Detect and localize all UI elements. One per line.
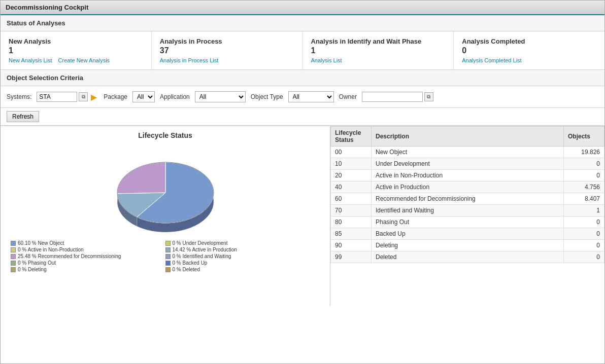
cell-description: Phasing Out	[372, 216, 564, 228]
legend-label: 25.48 % Recommended for Decommissioning	[18, 253, 121, 259]
cell-lifecycle-status: 70	[331, 205, 372, 216]
cell-objects: 0	[564, 170, 604, 181]
analysis-identify-wait-title: Analysis in Identify and Wait Phase	[311, 38, 446, 45]
analysis-in-process-links: Analysis in Process List	[160, 57, 294, 63]
chart-area: Lifecycle Status 60.10 % New Object0 % A…	[1, 126, 330, 306]
new-analysis-links: New Analysis ListCreate New Analysis	[9, 57, 143, 63]
table-row: 40Active in Production4.756	[331, 181, 604, 193]
cell-lifecycle-status: 40	[331, 181, 372, 193]
legend-label: 0 % Active in Non-Production	[18, 247, 84, 252]
table-row: 80Phasing Out0	[331, 216, 604, 228]
legend-label: 0 % Deleted	[173, 267, 200, 272]
analysis-completed-links: Analysis Completed List	[462, 57, 596, 63]
legend-label: 0 % Deleting	[18, 267, 47, 272]
table-row: 85Backed Up0	[331, 228, 604, 240]
legend-color-dot	[165, 254, 171, 259]
object-type-select[interactable]: All	[288, 91, 334, 102]
status-card-analysis-in-process: Analysis in Process37Analysis in Process…	[152, 31, 303, 69]
legend-item: 0 % Deleting	[11, 267, 165, 272]
refresh-row: Refresh	[1, 108, 604, 126]
status-card-analysis-identify-wait: Analysis in Identify and Wait Phase1Anal…	[303, 31, 454, 69]
owner-input-wrap: ⧉	[362, 92, 433, 102]
legend-label: 14.42 % Active in Production	[173, 247, 237, 252]
cell-description: Active in Production	[372, 181, 564, 193]
criteria-section-header: Object Selection Criteria	[1, 70, 604, 86]
cell-lifecycle-status: 20	[331, 170, 372, 181]
cell-objects: 0	[564, 240, 604, 251]
app-title: Decommissioning Cockpit	[6, 4, 88, 11]
table-row: 90Deleting0	[331, 240, 604, 251]
link-new-analysis-list[interactable]: New Analysis List	[9, 57, 52, 63]
cell-objects: 0	[564, 251, 604, 263]
new-analysis-count: 1	[9, 46, 143, 55]
owner-input[interactable]	[362, 92, 423, 102]
systems-label: Systems:	[7, 93, 31, 100]
lifecycle-pie-chart	[84, 142, 247, 238]
legend-item: 0 % Identified and Waiting	[165, 253, 320, 259]
link-create-new-analysis[interactable]: Create New Analysis	[58, 57, 110, 63]
cell-objects: 0	[564, 228, 604, 240]
legend-color-dot	[11, 247, 16, 252]
col-lifecycle-status: Lifecycle Status	[331, 127, 372, 147]
legend-color-dot	[165, 261, 171, 266]
systems-input-wrap: ⧉ ▶	[37, 92, 98, 102]
systems-copy-icon[interactable]: ⧉	[79, 92, 88, 101]
legend-color-dot	[11, 267, 16, 272]
package-select[interactable]: All	[132, 91, 155, 102]
owner-label: Owner	[339, 93, 357, 100]
application-select[interactable]: All	[195, 91, 246, 102]
analysis-identify-wait-count: 1	[311, 46, 446, 55]
criteria-section-label: Object Selection Criteria	[7, 74, 83, 82]
legend-color-dot	[165, 241, 171, 246]
cell-description: Active in Non-Production	[372, 170, 564, 181]
status-section-header: Status of Analyses	[1, 15, 604, 31]
cell-objects: 0	[564, 158, 604, 170]
owner-copy-icon[interactable]: ⧉	[424, 92, 433, 101]
legend-color-dot	[165, 267, 171, 272]
legend-color-dot	[11, 261, 16, 266]
app-container: Decommissioning Cockpit Status of Analys…	[0, 0, 605, 364]
table-row: 70Identified and Waiting1	[331, 205, 604, 216]
cell-lifecycle-status: 85	[331, 228, 372, 240]
legend-label: 0 % Identified and Waiting	[173, 253, 231, 259]
analysis-completed-count: 0	[462, 46, 596, 55]
legend-item: 25.48 % Recommended for Decommissioning	[11, 253, 165, 259]
object-type-label: Object Type	[251, 93, 283, 100]
systems-input[interactable]	[37, 92, 77, 102]
legend-color-dot	[165, 247, 171, 252]
legend-col-right: 0 % Under Development14.42 % Active in P…	[165, 240, 320, 273]
cell-description: Under Development	[372, 158, 564, 170]
legend-label: 0 % Backed Up	[173, 260, 208, 266]
analysis-identify-wait-links: Analysis List	[311, 57, 446, 63]
table-row: 10Under Development0	[331, 158, 604, 170]
legend-color-dot	[11, 241, 16, 246]
cell-description: New Object	[372, 147, 564, 158]
link-analysis-list[interactable]: Analysis List	[311, 57, 342, 63]
link-analysis-completed-list[interactable]: Analysis Completed List	[462, 57, 521, 63]
cell-description: Identified and Waiting	[372, 205, 564, 216]
lifecycle-table-area: Lifecycle Status Description Objects 00N…	[330, 126, 604, 306]
table-row: 99Deleted0	[331, 251, 604, 263]
cell-lifecycle-status: 99	[331, 251, 372, 263]
criteria-form: Systems: ⧉ ▶ Package All Application All…	[1, 86, 604, 108]
title-bar: Decommissioning Cockpit	[1, 1, 604, 15]
legend-item: 0 % Active in Non-Production	[11, 247, 165, 252]
legend-color-dot	[11, 254, 16, 259]
legend-col-left: 60.10 % New Object0 % Active in Non-Prod…	[11, 240, 165, 273]
legend-label: 0 % Under Development	[173, 240, 228, 246]
cell-description: Deleting	[372, 240, 564, 251]
link-analysis-in-process-list[interactable]: Analysis in Process List	[160, 57, 219, 63]
package-label: Package	[104, 93, 127, 100]
status-section-label: Status of Analyses	[7, 19, 65, 27]
cell-objects: 19.826	[564, 147, 604, 158]
col-objects: Objects	[564, 127, 604, 147]
legend-label: 0 % Phasing Out	[18, 260, 56, 266]
cell-lifecycle-status: 60	[331, 193, 372, 205]
refresh-button[interactable]: Refresh	[7, 111, 39, 122]
status-cards: New Analysis1New Analysis ListCreate New…	[1, 31, 604, 70]
new-analysis-title: New Analysis	[9, 38, 143, 45]
lifecycle-table: Lifecycle Status Description Objects 00N…	[330, 126, 604, 263]
systems-arrow-icon[interactable]: ▶	[89, 92, 98, 101]
application-label: Application	[160, 93, 190, 100]
cell-objects: 8.407	[564, 193, 604, 205]
